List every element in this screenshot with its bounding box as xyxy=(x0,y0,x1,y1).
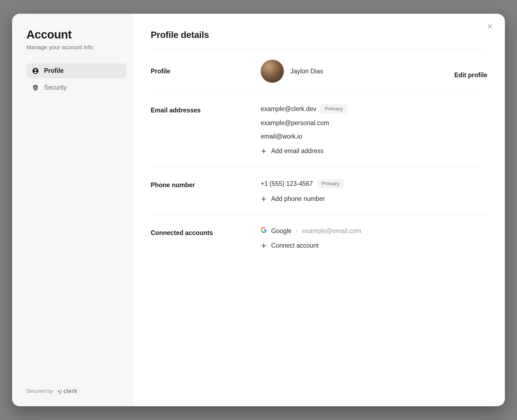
plus-icon xyxy=(261,243,267,249)
connected-row: Google • example@email.com xyxy=(261,227,482,235)
sidebar-title: Account xyxy=(26,28,126,41)
secured-by: Secured by clerk xyxy=(26,388,126,400)
email-row: example@personal.com xyxy=(261,119,482,127)
sidebar: Account Manage your account info. Profil… xyxy=(12,14,133,406)
sidebar-nav: Profile Security xyxy=(26,63,126,95)
clerk-mark-icon xyxy=(56,388,62,394)
connected-provider: Google xyxy=(271,227,292,235)
section-label-connected: Connected accounts xyxy=(151,227,255,237)
add-phone-button[interactable]: Add phone number xyxy=(261,194,482,204)
connected-identifier: example@email.com xyxy=(302,227,361,235)
phone-value: +1 (555) 123-4567 xyxy=(261,180,313,187)
svg-point-1 xyxy=(34,69,36,71)
sidebar-item-label: Profile xyxy=(44,67,64,74)
add-email-button[interactable]: Add email address xyxy=(261,146,482,156)
profile-row: Jaylon Dias xyxy=(261,60,449,83)
plus-icon xyxy=(261,148,267,154)
sidebar-item-label: Security xyxy=(44,84,67,91)
email-value: email@work.io xyxy=(261,133,302,140)
email-value: example@clerk.dev xyxy=(261,105,316,113)
add-phone-label: Add phone number xyxy=(271,195,325,203)
edit-profile-button[interactable]: Edit profile xyxy=(454,64,487,79)
user-circle-icon xyxy=(32,67,39,74)
svg-point-3 xyxy=(58,390,59,392)
plus-icon xyxy=(261,196,267,202)
clerk-logo: clerk xyxy=(56,388,77,395)
email-value: example@personal.com xyxy=(261,119,329,127)
section-phone: Phone number +1 (555) 123-4567 Primary A… xyxy=(151,167,487,215)
close-icon xyxy=(487,23,493,29)
sidebar-item-security[interactable]: Security xyxy=(26,80,126,95)
main-panel: Profile details Profile Jaylon Dias Edit… xyxy=(133,14,505,406)
sidebar-item-profile[interactable]: Profile xyxy=(26,63,126,78)
secured-by-text: Secured by xyxy=(26,388,53,394)
page-title: Profile details xyxy=(151,30,487,40)
phone-row: +1 (555) 123-4567 Primary xyxy=(261,179,482,188)
section-label-phone: Phone number xyxy=(151,179,255,189)
primary-badge: Primary xyxy=(317,179,343,188)
google-icon xyxy=(261,227,267,235)
section-profile: Profile Jaylon Dias Edit profile xyxy=(151,49,487,93)
email-row: example@clerk.dev Primary xyxy=(261,104,482,113)
separator-dot: • xyxy=(296,228,298,234)
close-button[interactable] xyxy=(485,21,495,31)
shield-icon xyxy=(32,84,39,91)
connect-account-button[interactable]: Connect account xyxy=(261,241,482,250)
email-row: email@work.io xyxy=(261,133,482,140)
primary-badge: Primary xyxy=(321,104,347,113)
section-label-profile: Profile xyxy=(151,68,255,75)
avatar xyxy=(261,60,284,83)
sidebar-subtitle: Manage your account info. xyxy=(26,44,126,51)
connect-account-label: Connect account xyxy=(271,242,319,249)
profile-name: Jaylon Dias xyxy=(290,68,323,75)
section-label-emails: Email addresses xyxy=(151,104,255,114)
clerk-brand-text: clerk xyxy=(63,388,77,395)
add-email-label: Add email address xyxy=(271,147,324,155)
account-modal: Account Manage your account info. Profil… xyxy=(12,14,505,406)
section-connected: Connected accounts Google • example@emai… xyxy=(151,215,487,256)
section-emails: Email addresses example@clerk.dev Primar… xyxy=(151,93,487,167)
